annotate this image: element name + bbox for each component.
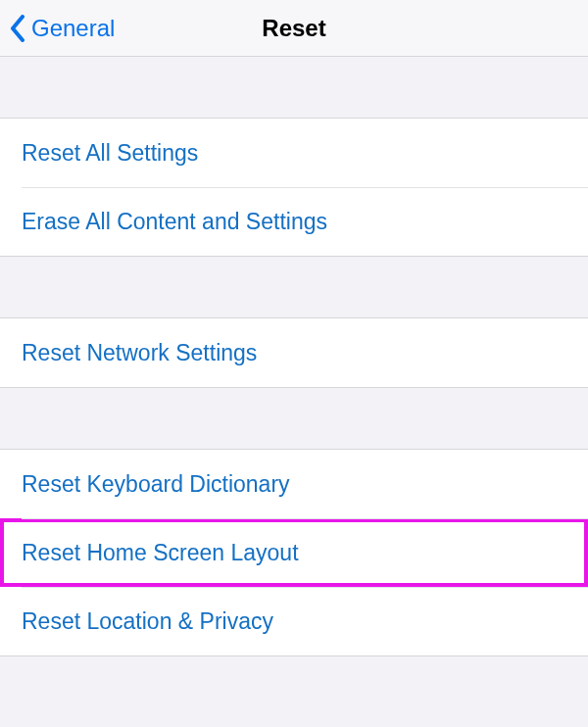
back-button[interactable]: General — [0, 15, 115, 42]
cell-label: Erase All Content and Settings — [22, 209, 327, 235]
cell-label: Reset All Settings — [22, 140, 198, 167]
cell-label: Reset Keyboard Dictionary — [22, 471, 290, 498]
cell-label: Reset Network Settings — [22, 340, 257, 366]
reset-keyboard-dictionary-cell[interactable]: Reset Keyboard Dictionary — [0, 450, 588, 518]
reset-location-privacy-cell[interactable]: Reset Location & Privacy — [0, 587, 588, 655]
bottom-spacer — [0, 656, 588, 727]
reset-home-screen-layout-cell[interactable]: Reset Home Screen Layout — [0, 518, 588, 587]
section-spacer — [0, 57, 588, 118]
cell-label: Reset Location & Privacy — [22, 608, 273, 635]
settings-group-2: Reset Network Settings — [0, 317, 588, 388]
navigation-bar: General Reset — [0, 0, 588, 57]
cell-label: Reset Home Screen Layout — [22, 540, 299, 566]
settings-group-3: Reset Keyboard Dictionary Reset Home Scr… — [0, 449, 588, 656]
section-spacer — [0, 388, 588, 449]
back-label: General — [31, 15, 115, 42]
reset-all-settings-cell[interactable]: Reset All Settings — [0, 119, 588, 187]
chevron-left-icon — [10, 15, 25, 42]
page-title: Reset — [262, 15, 325, 42]
settings-group-1: Reset All Settings Erase All Content and… — [0, 118, 588, 257]
reset-network-settings-cell[interactable]: Reset Network Settings — [0, 318, 588, 387]
section-spacer — [0, 257, 588, 317]
erase-all-content-cell[interactable]: Erase All Content and Settings — [0, 187, 588, 256]
